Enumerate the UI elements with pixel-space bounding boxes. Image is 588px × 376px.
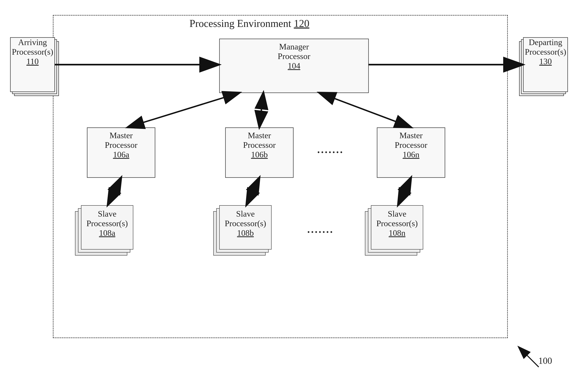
master-ellipsis: ....... [317,144,344,155]
departing-line2: Processor(s) [525,47,566,56]
svg-rect-4 [14,42,59,96]
diagram: Processing Environment 120 [0,0,588,376]
svg-rect-6 [10,38,55,92]
arriving-line1: Arriving [18,38,47,47]
figure-number: 100 [538,355,552,366]
departing-line1: Departing [529,38,562,47]
svg-line-31 [519,347,539,367]
processing-environment-box [53,15,508,338]
arriving-processor-label: Arriving Processor(s) 110 [10,38,55,66]
svg-rect-5 [12,40,57,94]
svg-rect-9 [523,38,568,92]
slave-ellipsis: ....... [307,223,334,235]
svg-rect-8 [521,40,566,94]
svg-rect-7 [519,42,564,96]
departing-number: 130 [539,57,552,66]
arriving-number: 110 [26,57,39,66]
departing-processor-label: Departing Processor(s) 130 [523,38,568,66]
arriving-line2: Processor(s) [12,47,53,56]
